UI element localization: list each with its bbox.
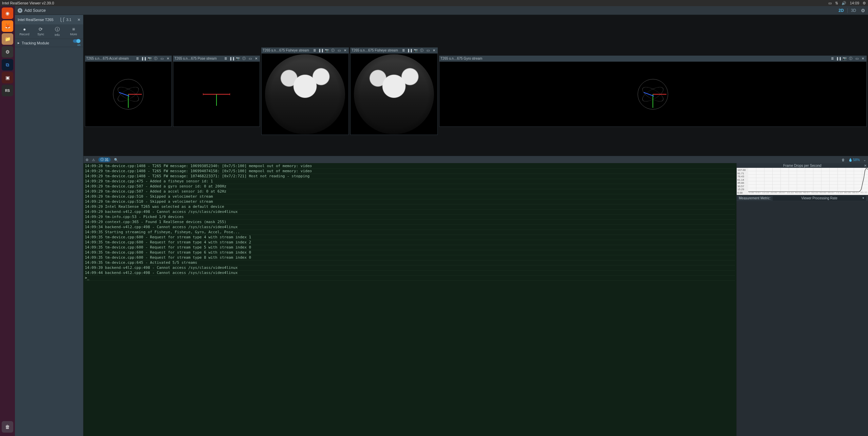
console-log[interactable]: 14:09:28 tm-device.cpp:1408 - T265 FW me…	[83, 163, 736, 436]
chart-y-axis: 107.0091.7176.4361.1445.8630.5715.290.00	[737, 168, 748, 195]
stream-gyro-view[interactable]	[439, 61, 867, 127]
pause-icon[interactable]: ❚❚	[229, 57, 234, 60]
volume-icon[interactable]: 🔊	[842, 1, 846, 5]
console-warning-icon[interactable]: ⚠	[92, 158, 95, 162]
info-icon: ⓘ	[55, 26, 60, 33]
firefox-icon[interactable]: 🦊	[2, 20, 13, 32]
camera-icon[interactable]: 📷	[413, 48, 418, 52]
close-icon[interactable]: ✕	[432, 48, 436, 52]
tracking-toggle[interactable]	[73, 39, 80, 43]
list-icon[interactable]: ≣	[312, 48, 317, 52]
tracking-module-row[interactable]: ▸ Tracking Module on	[15, 39, 83, 47]
measurement-dropdown[interactable]: Viewer Processing Rate	[773, 196, 866, 201]
pause-icon[interactable]: ❚❚	[836, 57, 841, 60]
maximize-icon[interactable]: ▭	[248, 57, 252, 60]
info-icon[interactable]: ⓘ	[848, 56, 853, 61]
tracking-label: Tracking Module	[22, 41, 49, 45]
console-clear-icon[interactable]: 🗑	[842, 158, 845, 162]
console-info-badge[interactable]: ⓘ 31	[98, 157, 111, 162]
stream-pose-bar: T265 s.n…675 Pose stream ≣ ❚❚ 📷 ⓘ ▭ ✕	[173, 56, 260, 61]
maximize-icon[interactable]: ▭	[337, 48, 341, 52]
close-icon[interactable]: ✕	[343, 48, 347, 52]
list-icon[interactable]: ≣	[401, 48, 406, 52]
device-header: Intel RealSense T265 ⎩⎧ 3.1 ✕	[15, 15, 83, 24]
streams-area: T265 s.n…675 Accel stream ≣ ❚❚ 📷 ⓘ ▭ ✕	[83, 15, 868, 156]
stream-fisheye2-bar: T265 s.n…675 Fisheye stream ≣ ❚❚ 📷 ⓘ ▭ ✕	[350, 47, 438, 53]
usb-icon: ⎩⎧	[59, 18, 65, 22]
console-gear-icon[interactable]: ⚙	[86, 158, 89, 162]
console-collapse-icon[interactable]: ⌄	[863, 158, 866, 162]
console-mem-badge: 💧 58%	[848, 158, 860, 162]
console-search-icon[interactable]: 🔍	[114, 158, 118, 162]
chevron-right-icon: ▸	[18, 41, 20, 45]
console-toolbar: ⚙ ⚠ ⓘ 31 🔍 🗑 💧 58% ⌄	[83, 156, 868, 163]
stream-fisheye1-view[interactable]	[261, 53, 349, 135]
camera-icon[interactable]: 📷	[324, 48, 329, 52]
stream-gyro-bar: T265 s.n…675 Gyro stream ≣ ❚❚ 📷 ⓘ ▭ ✕	[439, 56, 867, 61]
maximize-icon[interactable]: ▭	[159, 57, 164, 60]
chart-plot[interactable]	[748, 168, 868, 191]
list-icon[interactable]: ≣	[830, 57, 835, 60]
vscode-icon[interactable]: ⧉	[2, 59, 13, 71]
device-name: Intel RealSense T265	[18, 18, 54, 22]
close-icon[interactable]: ✕	[861, 57, 865, 60]
fisheye-image	[265, 54, 345, 134]
stream-pose-view[interactable]	[173, 61, 260, 127]
network-icon[interactable]: ⇅	[835, 1, 838, 5]
realsense-icon[interactable]: RS	[2, 85, 13, 96]
measurement-metric-row: Measurement Metric: Viewer Processing Ra…	[737, 195, 868, 201]
ubuntu-launcher: ◉ 🦊 📁 ⚙ ⧉ ▣ RS 🗑	[0, 6, 15, 436]
mode-2d-button[interactable]: 2D	[838, 8, 844, 13]
content-area: T265 s.n…675 Accel stream ≣ ❚❚ 📷 ⓘ ▭ ✕	[83, 15, 868, 436]
camera-icon[interactable]: 📷	[235, 57, 240, 60]
mode-3d-button[interactable]: 3D	[851, 8, 856, 13]
info-icon[interactable]: ⓘ	[242, 56, 246, 61]
app-toolbar: + Add Source 2D 3D ⚙	[15, 6, 868, 15]
stream-fisheye1-bar: T265 s.n…675 Fisheye stream ≣ ❚❚ 📷 ⓘ ▭ ✕	[261, 47, 349, 53]
window-title: Intel RealSense Viewer v2.39.0	[2, 1, 54, 5]
os-titlebar: Intel RealSense Viewer v2.39.0 ▭ ⇅ 🔊 14:…	[0, 0, 868, 6]
mode-divider	[847, 8, 848, 13]
power-icon[interactable]: ⚙	[863, 1, 866, 5]
record-button[interactable]: ●Record	[17, 26, 32, 37]
dash-icon[interactable]: ◉	[2, 7, 13, 19]
camera-icon[interactable]: 📷	[842, 57, 847, 60]
pause-icon[interactable]: ❚❚	[407, 48, 412, 52]
files-icon[interactable]: 📁	[2, 33, 13, 45]
stream-fisheye2-view[interactable]	[350, 53, 438, 135]
list-icon[interactable]: ≣	[135, 57, 140, 60]
list-icon[interactable]: ≣	[223, 57, 228, 60]
terminal-icon[interactable]: ▣	[2, 72, 13, 83]
stream-accel-title: T265 s.n…675 Accel stream	[86, 57, 134, 60]
add-source-label: Add Source	[24, 8, 46, 13]
add-source-button[interactable]: + Add Source	[18, 8, 46, 13]
stream-accel-view[interactable]	[85, 61, 172, 127]
camera-icon[interactable]: 📷	[147, 57, 152, 60]
metrics-chart-title: Frame Drops per Second ✕	[737, 163, 868, 168]
close-icon[interactable]: ✕	[254, 57, 259, 60]
device-close-icon[interactable]: ✕	[77, 18, 80, 22]
pause-icon[interactable]: ❚❚	[318, 48, 323, 52]
close-icon[interactable]: ✕	[166, 57, 170, 60]
console-panel: ⚙ ⚠ ⓘ 31 🔍 🗑 💧 58% ⌄ 14:09	[83, 156, 868, 436]
maximize-icon[interactable]: ▭	[854, 57, 859, 60]
metrics-close-icon[interactable]: ✕	[864, 164, 867, 167]
sync-icon: ⟳	[39, 26, 43, 32]
settings-icon[interactable]: ⚙	[2, 46, 13, 58]
info-icon[interactable]: ⓘ	[331, 48, 335, 53]
settings-gear-icon[interactable]: ⚙	[861, 8, 865, 13]
stream-pose-title: T265 s.n…675 Pose stream	[174, 57, 222, 60]
trash-icon[interactable]: 🗑	[2, 421, 13, 433]
record-icon: ●	[23, 26, 26, 32]
sync-button[interactable]: ⟳Sync	[33, 26, 48, 37]
device-usb: ⎩⎧ 3.1	[59, 18, 71, 22]
info-icon[interactable]: ⓘ	[419, 48, 424, 53]
stream-accel-bar: T265 s.n…675 Accel stream ≣ ❚❚ 📷 ⓘ ▭ ✕	[85, 56, 172, 61]
info-icon[interactable]: ⓘ	[153, 56, 158, 61]
info-button[interactable]: ⓘInfo	[50, 26, 65, 37]
system-tray: ▭ ⇅ 🔊 14:09 ⚙	[828, 1, 866, 5]
more-button[interactable]: ≡More	[66, 26, 81, 37]
maximize-icon[interactable]: ▭	[426, 48, 430, 52]
battery-icon[interactable]: ▭	[828, 1, 832, 5]
pause-icon[interactable]: ❚❚	[141, 57, 146, 60]
